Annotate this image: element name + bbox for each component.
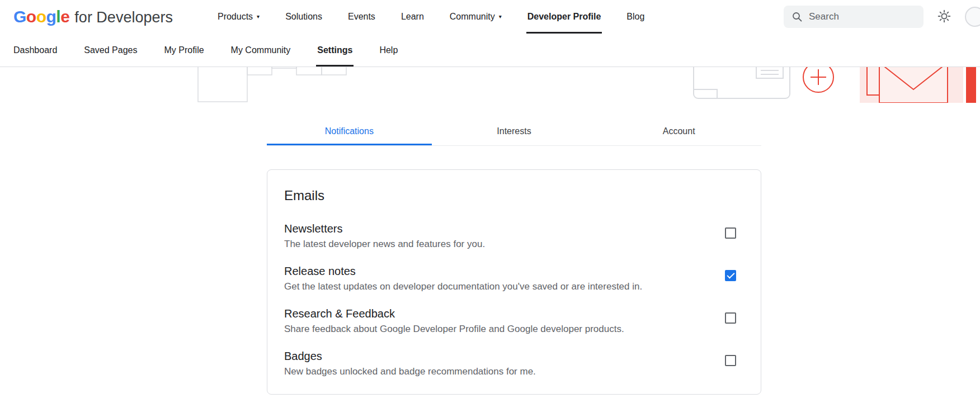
row-text: Newsletters The latest developer news an… — [284, 222, 485, 250]
checkbox-newsletters[interactable] — [725, 227, 736, 239]
email-setting-row: Newsletters The latest developer news an… — [284, 222, 744, 250]
search-box[interactable] — [784, 6, 924, 28]
user-avatar[interactable] — [965, 7, 980, 27]
emails-card: Emails Newsletters The latest developer … — [267, 169, 761, 395]
email-setting-row: Badges New badges unlocked and badge rec… — [284, 350, 744, 377]
subnav-my-profile[interactable]: My Profile — [164, 34, 204, 67]
subnav-my-community-label: My Community — [231, 45, 291, 55]
checkbox-release-notes[interactable] — [725, 270, 736, 281]
row-title: Release notes — [284, 265, 642, 278]
subnav-help[interactable]: Help — [379, 34, 398, 67]
logo-letter: o — [26, 7, 36, 26]
tab-account[interactable]: Account — [596, 115, 761, 145]
nav-events-label: Events — [348, 12, 375, 22]
nav-developer-profile[interactable]: Developer Profile — [527, 0, 601, 34]
row-title: Research & Feedback — [284, 307, 624, 320]
subnav-saved-pages[interactable]: Saved Pages — [84, 34, 137, 67]
profile-subnav: Dashboard Saved Pages My Profile My Comm… — [0, 34, 980, 67]
card-title: Emails — [284, 188, 744, 203]
row-title: Badges — [284, 350, 536, 363]
logo-letter: o — [36, 7, 46, 26]
settings-content: Notifications Interests Account Emails N… — [267, 115, 761, 395]
tab-interests[interactable]: Interests — [432, 115, 597, 145]
nav-solutions[interactable]: Solutions — [285, 0, 322, 34]
nav-learn[interactable]: Learn — [401, 0, 424, 34]
nav-products[interactable]: Products ▾ — [218, 0, 260, 34]
logo-letter: l — [56, 7, 60, 26]
row-text: Release notes Get the latest updates on … — [284, 265, 642, 292]
nav-blog-label: Blog — [626, 12, 644, 22]
envelope-illustration — [860, 67, 976, 103]
subnav-my-community[interactable]: My Community — [231, 34, 291, 67]
search-input[interactable] — [809, 11, 932, 22]
search-icon — [791, 11, 803, 22]
tab-notifications[interactable]: Notifications — [267, 115, 432, 145]
google-logo-wordmark: G o o g l e — [13, 7, 69, 26]
subnav-help-label: Help — [379, 45, 398, 55]
nav-developer-profile-label: Developer Profile — [527, 12, 601, 22]
header-right-controls — [784, 0, 980, 34]
banner-illustration — [0, 67, 980, 103]
row-description: New badges unlocked and badge recommenda… — [284, 366, 536, 377]
nav-solutions-label: Solutions — [285, 12, 322, 22]
chevron-down-icon: ▾ — [499, 14, 502, 20]
row-description: Share feedback about Google Developer Pr… — [284, 324, 624, 335]
row-text: Research & Feedback Share feedback about… — [284, 307, 624, 335]
nav-products-label: Products — [218, 12, 253, 22]
top-header: G o o g l e for Developers Products ▾ So… — [0, 0, 980, 34]
logo-letter: e — [60, 7, 69, 26]
google-developers-logo[interactable]: G o o g l e for Developers — [13, 7, 173, 26]
settings-tabs: Notifications Interests Account — [267, 115, 761, 146]
row-description: Get the latest updates on developer docu… — [284, 281, 642, 292]
subnav-dashboard-label: Dashboard — [13, 45, 57, 55]
row-description: The latest developer news and features f… — [284, 239, 485, 250]
subnav-settings[interactable]: Settings — [317, 34, 352, 67]
nav-learn-label: Learn — [401, 12, 424, 22]
nav-community-label: Community — [450, 12, 495, 22]
note-card-illustration — [694, 67, 790, 98]
grid-illustration — [198, 67, 346, 102]
banner-graphics — [0, 67, 980, 103]
chevron-down-icon: ▾ — [257, 14, 260, 20]
checkbox-badges[interactable] — [725, 355, 736, 366]
row-title: Newsletters — [284, 222, 485, 235]
sun-icon — [937, 9, 951, 25]
checkbox-research-feedback[interactable] — [725, 312, 736, 324]
theme-toggle-button[interactable] — [937, 9, 951, 25]
logo-letter: G — [13, 7, 26, 26]
email-setting-row: Release notes Get the latest updates on … — [284, 265, 744, 292]
logo-letter: g — [46, 7, 56, 26]
row-text: Badges New badges unlocked and badge rec… — [284, 350, 536, 377]
subnav-saved-pages-label: Saved Pages — [84, 45, 137, 55]
subnav-dashboard[interactable]: Dashboard — [13, 34, 57, 67]
logo-suffix-text: for Developers — [74, 9, 173, 26]
subnav-my-profile-label: My Profile — [164, 45, 204, 55]
plus-circle-icon — [803, 67, 833, 92]
nav-community[interactable]: Community ▾ — [450, 0, 502, 34]
subnav-settings-label: Settings — [317, 45, 352, 55]
nav-blog[interactable]: Blog — [626, 0, 644, 34]
main-nav: Products ▾ Solutions Events Learn Commun… — [218, 0, 644, 34]
nav-events[interactable]: Events — [348, 0, 375, 34]
email-setting-row: Research & Feedback Share feedback about… — [284, 307, 744, 335]
